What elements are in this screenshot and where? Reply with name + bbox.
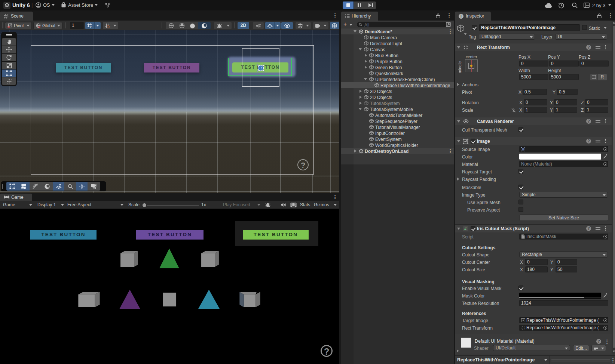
svg-text:Y: Y [90, 25, 92, 28]
